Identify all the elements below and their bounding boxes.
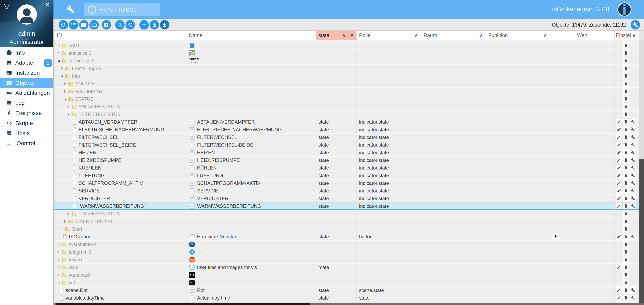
chevron-down-icon[interactable]: ∨ bbox=[631, 32, 637, 38]
delete-button[interactable] bbox=[623, 42, 629, 49]
delete-button[interactable] bbox=[623, 211, 629, 217]
delete-button[interactable] bbox=[623, 272, 629, 278]
table-row[interactable]: Info bbox=[54, 72, 639, 80]
sidebar-item-log[interactable]: Log bbox=[0, 98, 54, 108]
table-row[interactable]: HEIZENHEIZENstateindicator.state bbox=[54, 149, 639, 156]
edit-button[interactable] bbox=[616, 134, 622, 141]
settings-button[interactable] bbox=[630, 180, 636, 186]
expand-icon[interactable] bbox=[64, 220, 66, 223]
expand-icon[interactable] bbox=[60, 228, 63, 231]
collapse-icon[interactable] bbox=[57, 59, 60, 62]
table-row[interactable]: ISGRebootHardware Neustartstatebutton bbox=[54, 233, 639, 240]
delete-button[interactable] bbox=[623, 295, 629, 301]
column-header-func[interactable]: Funktion∨ bbox=[486, 31, 550, 40]
expand-all-button[interactable] bbox=[90, 20, 99, 29]
column-settings-wrench-button[interactable] bbox=[631, 20, 640, 29]
table-row[interactable]: tuya.0tuya bbox=[54, 256, 639, 263]
edit-button[interactable] bbox=[616, 126, 622, 133]
settings-button[interactable] bbox=[630, 157, 636, 163]
delete-button[interactable] bbox=[623, 234, 629, 240]
table-row[interactable]: yr.0YR.no bbox=[54, 279, 639, 286]
settings-button[interactable] bbox=[630, 142, 636, 148]
expand-level-button[interactable]: 1 bbox=[102, 20, 111, 29]
download-button[interactable] bbox=[160, 20, 169, 29]
delete-button[interactable] bbox=[623, 287, 629, 294]
expand-icon[interactable] bbox=[57, 243, 60, 246]
delete-button[interactable] bbox=[623, 257, 629, 263]
settings-button[interactable] bbox=[630, 165, 636, 171]
table-row[interactable]: stiebel-isg.0STIEBELtecalor bbox=[54, 57, 639, 64]
sidebar-item-skripte[interactable]: Skripte bbox=[0, 118, 54, 128]
horizontal-scrollbar[interactable] bbox=[54, 303, 644, 305]
close-sidebar-icon[interactable]: × bbox=[43, 0, 52, 9]
expand-icon[interactable] bbox=[57, 52, 60, 54]
table-row[interactable]: WAERMEPUMPE bbox=[54, 217, 639, 225]
delete-button[interactable] bbox=[623, 172, 629, 179]
table-row[interactable]: sql.0 bbox=[54, 41, 639, 49]
edit-button[interactable] bbox=[616, 165, 622, 171]
expand-icon[interactable] bbox=[64, 82, 66, 85]
delete-button[interactable] bbox=[623, 264, 629, 271]
settings-button[interactable] bbox=[630, 203, 636, 209]
delete-button[interactable] bbox=[623, 157, 629, 163]
add-object-button[interactable] bbox=[140, 20, 149, 29]
delete-button[interactable] bbox=[623, 134, 629, 141]
delete-button[interactable] bbox=[623, 111, 629, 118]
table-row[interactable]: ANLAGENSTATUS bbox=[54, 103, 639, 110]
column-header-val[interactable]: Wert bbox=[550, 31, 614, 40]
column-header-role[interactable]: Rolle∨ bbox=[357, 31, 421, 40]
expand-icon[interactable] bbox=[57, 281, 60, 284]
delete-button[interactable] bbox=[623, 226, 629, 232]
table-row[interactable]: vis.0user files and images for vismeta bbox=[54, 263, 639, 271]
table-row[interactable]: statistics.0 bbox=[54, 49, 639, 57]
edit-button[interactable] bbox=[616, 264, 622, 271]
table-row[interactable]: variables.dayTimeActual day timestatesta… bbox=[54, 294, 639, 302]
expand-icon[interactable] bbox=[64, 90, 66, 93]
edit-button[interactable] bbox=[616, 195, 622, 202]
sort-button[interactable]: AZ bbox=[126, 20, 135, 29]
delete-button[interactable] bbox=[623, 188, 629, 194]
clear-filter-icon[interactable]: ✕ bbox=[350, 32, 354, 38]
edit-button[interactable] bbox=[616, 172, 622, 179]
sidebar-item-info[interactable]: Info bbox=[0, 48, 54, 58]
settings-button[interactable] bbox=[630, 149, 636, 156]
delete-button[interactable] bbox=[623, 218, 629, 225]
expand-icon[interactable] bbox=[57, 251, 60, 254]
expert-mode-button[interactable] bbox=[115, 20, 124, 29]
expand-icon[interactable] bbox=[60, 67, 63, 70]
sidebar-item-objekte[interactable]: Objekte bbox=[0, 78, 54, 88]
table-row[interactable]: ABTAUEN_VERDAMPFERABTAUEN-VERDAMPFERstat… bbox=[54, 118, 639, 126]
delete-button[interactable] bbox=[623, 280, 629, 286]
delete-button[interactable] bbox=[623, 73, 629, 79]
delete-button[interactable] bbox=[623, 103, 629, 110]
edit-button[interactable] bbox=[616, 180, 622, 186]
table-row[interactable]: yamaha.0 bbox=[54, 271, 639, 279]
delete-button[interactable] bbox=[623, 50, 629, 56]
column-header-state[interactable]: state∨✕ bbox=[316, 31, 357, 40]
table-row[interactable]: LUEFTUNGLUEFTUNGstateindicator.state bbox=[54, 172, 639, 179]
refresh-button[interactable] bbox=[59, 20, 68, 29]
expand-icon[interactable] bbox=[57, 266, 60, 269]
collapse-icon[interactable] bbox=[60, 75, 63, 77]
settings-button[interactable] bbox=[630, 295, 636, 301]
column-header-act[interactable]: Einstellu∨ bbox=[614, 31, 639, 40]
sidebar-item-adapter[interactable]: Adapter1 bbox=[0, 58, 54, 68]
table-row[interactable]: ANLAGE bbox=[54, 80, 639, 87]
table-row[interactable]: FACHMANN bbox=[54, 87, 639, 95]
delete-button[interactable] bbox=[623, 149, 629, 156]
settings-button[interactable] bbox=[630, 172, 636, 179]
expand-icon[interactable] bbox=[57, 274, 60, 277]
settings-button[interactable] bbox=[630, 234, 636, 240]
settings-button[interactable] bbox=[630, 126, 636, 133]
table-row[interactable]: BETRIEBSSTATUS bbox=[54, 110, 639, 118]
delete-button[interactable] bbox=[623, 165, 629, 171]
column-header-name[interactable]: Name bbox=[187, 31, 316, 40]
vertical-scrollbar-thumb[interactable] bbox=[639, 159, 644, 303]
table-row[interactable]: telegram.0 bbox=[54, 248, 639, 256]
settings-button[interactable] bbox=[630, 287, 636, 294]
expand-icon[interactable] bbox=[67, 105, 70, 108]
chevron-down-icon[interactable]: ∨ bbox=[542, 32, 548, 38]
vertical-scrollbar[interactable] bbox=[639, 40, 644, 303]
sidebar-item-hosts[interactable]: Hosts bbox=[0, 128, 54, 138]
delete-button[interactable] bbox=[623, 180, 629, 186]
